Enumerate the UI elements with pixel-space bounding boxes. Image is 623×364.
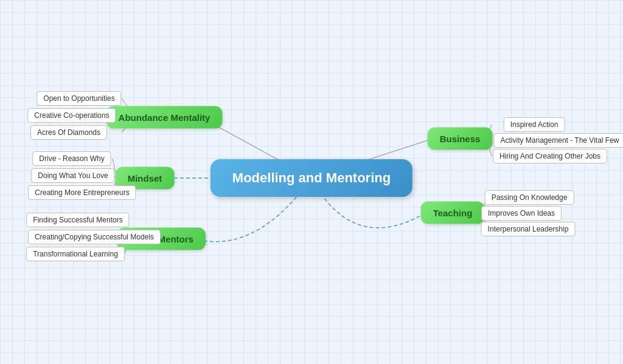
leaf-inspired-action[interactable]: Inspired Action bbox=[504, 117, 565, 132]
leaf-label: Passing On Knowledge bbox=[485, 190, 574, 205]
leaf-copying-models[interactable]: Creating/Copying Successful Models bbox=[28, 230, 161, 244]
leaf-improves-ideas[interactable]: Improves Own Ideas bbox=[481, 206, 562, 221]
leaf-label: Transformational Learning bbox=[26, 247, 125, 261]
leaf-label: Finding Successful Mentors bbox=[26, 213, 129, 227]
leaf-interpersonal-leadership[interactable]: Interpersonal Leadership bbox=[481, 222, 576, 236]
leaf-label: Open to Opportunities bbox=[37, 91, 121, 106]
leaf-label: Improves Own Ideas bbox=[481, 206, 562, 221]
leaf-label: Creative Co-operations bbox=[27, 108, 116, 123]
leaf-doing-love[interactable]: Doing What You Love bbox=[31, 168, 114, 183]
leaf-transformational[interactable]: Transformational Learning bbox=[26, 247, 125, 261]
leaf-hiring-jobs[interactable]: Hiring And Creating Other Jobs bbox=[493, 149, 607, 163]
leaf-creating-entrepreneurs[interactable]: Creating More Entrepreneurs bbox=[28, 185, 136, 200]
leaf-label: Activity Management - The Vital Few bbox=[494, 133, 623, 148]
branch-teaching-label: Teaching bbox=[421, 202, 485, 224]
central-label: Modelling and Mentoring bbox=[211, 159, 412, 197]
leaf-label: Creating More Entrepreneurs bbox=[28, 185, 136, 200]
central-node[interactable]: Modelling and Mentoring bbox=[211, 159, 412, 197]
leaf-open-opportunities[interactable]: Open to Opportunities bbox=[37, 91, 121, 106]
leaf-activity-management[interactable]: Activity Management - The Vital Few bbox=[494, 133, 623, 148]
leaf-label: Acres Of Diamonds bbox=[30, 125, 107, 140]
branch-business[interactable]: Business bbox=[428, 128, 493, 150]
leaf-creative-cooperations[interactable]: Creative Co-operations bbox=[27, 108, 116, 123]
leaf-label: Hiring And Creating Other Jobs bbox=[493, 149, 607, 163]
mindmap-container: Modelling and Mentoring Abundance Mental… bbox=[0, 0, 623, 364]
leaf-label: Doing What You Love bbox=[31, 168, 114, 183]
leaf-acres-diamonds[interactable]: Acres Of Diamonds bbox=[30, 125, 107, 140]
leaf-label: Creating/Copying Successful Models bbox=[28, 230, 161, 244]
leaf-label: Inspired Action bbox=[504, 117, 565, 132]
leaf-label: Drive - Reason Why bbox=[32, 151, 111, 166]
leaf-passing-knowledge[interactable]: Passing On Knowledge bbox=[485, 190, 574, 205]
leaf-finding-mentors[interactable]: Finding Successful Mentors bbox=[26, 213, 129, 227]
branch-abundance-label: Abundance Mentality bbox=[106, 106, 223, 129]
branch-teaching[interactable]: Teaching bbox=[421, 202, 485, 224]
leaf-label: Interpersonal Leadership bbox=[481, 222, 576, 236]
branch-business-label: Business bbox=[428, 128, 493, 150]
branch-abundance[interactable]: Abundance Mentality bbox=[106, 106, 223, 129]
leaf-drive-reason[interactable]: Drive - Reason Why bbox=[32, 151, 111, 166]
